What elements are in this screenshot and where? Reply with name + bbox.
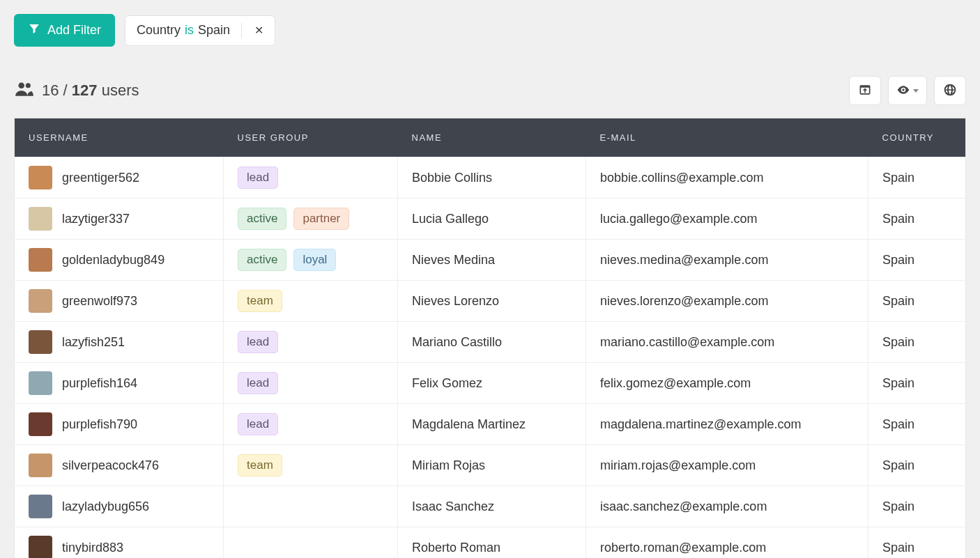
avatar [29,248,52,272]
table-row[interactable]: lazytiger337activepartnerLucia Gallegolu… [15,199,966,240]
avatar [29,454,52,477]
add-filter-label: Add Filter [47,23,101,38]
avatar [29,207,52,231]
table-row[interactable]: purplefish790leadMagdalena Martinezmagda… [15,404,966,445]
filter-chip-country[interactable]: Country is Spain ✕ [125,15,275,46]
col-header-username[interactable]: Username [15,118,224,157]
table-row[interactable]: greenwolf973teamNieves Lorenzonieves.lor… [15,281,966,322]
tag-active: active [238,208,286,230]
filter-chip-operator: is [185,23,194,38]
table-header-row: Username User Group Name E-Mail Country [15,118,966,157]
svg-point-0 [18,82,24,88]
name-cell: Lucia Gallego [398,199,586,240]
tag-lead: lead [238,166,278,189]
eye-icon [896,83,910,99]
name-cell: Mariano Castillo [398,322,586,363]
table-row[interactable]: purplefish164leadFelix Gomezfelix.gomez@… [15,363,966,404]
open-in-tab-icon [858,83,872,99]
table-row[interactable]: goldenladybug849activeloyalNieves Medina… [15,240,966,281]
tag-loyal: loyal [293,249,336,271]
filter-icon [28,22,40,38]
results-total-count: 127 [72,82,98,99]
email-cell: felix.gomez@example.com [586,363,868,404]
filter-chip-value: Spain [198,23,230,38]
email-cell: magdalena.martinez@example.com [586,404,868,445]
name-cell: Isaac Sanchez [398,486,586,527]
tag-active: active [238,249,286,271]
col-header-email[interactable]: E-Mail [586,118,868,157]
name-cell: Nieves Lorenzo [398,281,586,322]
country-cell: Spain [868,240,966,281]
email-cell: miriam.rojas@example.com [586,445,868,486]
country-cell: Spain [868,363,966,404]
svg-point-1 [26,83,31,88]
table-row[interactable]: tinybird883Roberto Romanroberto.roman@ex… [15,527,966,559]
country-cell: Spain [868,157,966,199]
user-group-tags: lead [238,372,383,394]
table-row[interactable]: lazyladybug656Isaac Sanchezisaac.sanchez… [15,486,966,527]
country-cell: Spain [868,404,966,445]
country-cell: Spain [868,199,966,240]
tag-lead: lead [238,413,278,435]
username: greentiger562 [62,171,139,185]
user-group-tags: team [238,454,383,476]
name-cell: Roberto Roman [398,527,586,559]
name-cell: Magdalena Martinez [398,404,586,445]
username: purplefish790 [62,417,137,432]
user-group-tags: team [238,290,383,312]
avatar [29,330,52,354]
filter-chip-field: Country [137,23,181,38]
country-cell: Spain [868,281,966,322]
globe-icon [943,83,957,99]
email-cell: nieves.medina@example.com [586,240,868,281]
col-header-group[interactable]: User Group [224,118,398,157]
email-cell: lucia.gallego@example.com [586,199,868,240]
open-in-tab-button[interactable] [849,76,881,105]
username: greenwolf973 [62,294,137,309]
tag-team: team [238,454,282,476]
table-actions [849,76,966,105]
username: lazyladybug656 [62,499,149,514]
results-unit: users [98,82,139,99]
avatar [29,166,52,189]
country-cell: Spain [868,527,966,559]
avatar [29,371,52,395]
username: purplefish164 [62,376,137,391]
username: silverpeacock476 [62,458,159,473]
filter-bar: Add Filter Country is Spain ✕ [14,14,966,47]
col-header-name[interactable]: Name [398,118,586,157]
country-cell: Spain [868,445,966,486]
name-cell: Miriam Rojas [398,445,586,486]
col-header-country[interactable]: Country [868,118,966,157]
chevron-down-icon [913,89,919,93]
name-cell: Bobbie Collins [398,157,586,199]
globe-button[interactable] [934,76,966,105]
avatar [29,289,52,313]
avatar [29,495,52,518]
email-cell: nieves.lorenzo@example.com [586,281,868,322]
visibility-menu-button[interactable] [888,76,927,105]
results-summary: 16 / 127 users [14,81,139,100]
username: tinybird883 [62,541,123,555]
remove-filter-icon[interactable]: ✕ [252,24,266,37]
email-cell: mariano.castillo@example.com [586,322,868,363]
user-group-tags: activepartner [238,208,383,230]
users-icon [14,81,35,100]
country-cell: Spain [868,486,966,527]
users-table: Username User Group Name E-Mail Country … [14,118,966,558]
table-row[interactable]: greentiger562leadBobbie Collinsbobbie.co… [15,157,966,199]
email-cell: isaac.sanchez@example.com [586,486,868,527]
user-group-tags: lead [238,413,383,435]
name-cell: Nieves Medina [398,240,586,281]
results-filtered-count: 16 [42,82,59,99]
email-cell: bobbie.collins@example.com [586,157,868,199]
add-filter-button[interactable]: Add Filter [14,14,115,47]
avatar [29,536,52,558]
table-row[interactable]: silverpeacock476teamMiriam Rojasmiriam.r… [15,445,966,486]
name-cell: Felix Gomez [398,363,586,404]
tag-partner: partner [293,208,349,230]
user-group-tags: lead [238,166,383,189]
tag-lead: lead [238,331,278,353]
user-group-tags: activeloyal [238,249,383,271]
table-row[interactable]: lazyfish251leadMariano Castillomariano.c… [15,322,966,363]
